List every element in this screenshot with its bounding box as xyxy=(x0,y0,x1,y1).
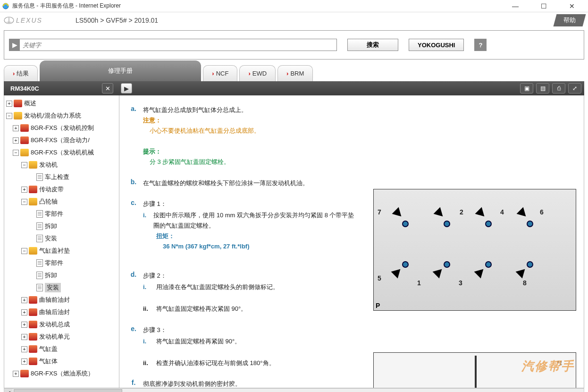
tab-row: ›结果 修理手册 ›NCF ›EWD ›BRM xyxy=(4,62,584,81)
tree-item[interactable]: +8GR-FXS（发动机控制 xyxy=(6,122,119,134)
book-open-icon xyxy=(14,112,22,119)
doc-code: RM34K0C xyxy=(4,85,98,92)
tree-item[interactable]: +概述 xyxy=(6,97,119,110)
book-icon xyxy=(29,345,37,353)
book-icon xyxy=(20,136,29,144)
search-input[interactable] xyxy=(20,42,336,49)
layout-split-icon[interactable]: ▤ xyxy=(536,83,549,94)
maximize-button[interactable]: ☐ xyxy=(535,0,552,12)
tab-results[interactable]: ›结果 xyxy=(4,65,38,81)
tab-brm[interactable]: ›BRM xyxy=(277,65,313,81)
book-open-icon xyxy=(20,149,29,156)
tree-item[interactable]: +传动皮带 xyxy=(6,183,119,196)
help-button[interactable]: 帮助 xyxy=(554,14,586,26)
tree-item[interactable]: −8GR-FXS（发动机机械 xyxy=(6,146,119,159)
scroll-left-icon[interactable]: ◀ xyxy=(4,389,13,392)
tree-item[interactable]: +曲轴后油封 xyxy=(6,306,119,318)
main-area: +概述 −发动机/混合动力系统 +8GR-FXS（发动机控制 +8GR-FXS（… xyxy=(4,95,584,388)
tree-item[interactable]: 零部件 xyxy=(6,208,119,220)
doc-icon xyxy=(36,173,43,181)
tree-item[interactable]: 零部件 xyxy=(6,257,119,269)
tree-item[interactable]: +8GR-FXS（燃油系统） xyxy=(6,367,119,380)
tree-item[interactable]: +发动机总成 xyxy=(6,318,119,331)
app-header: LEXUS LS500h > GVF5# > 2019.01 帮助 xyxy=(0,12,588,28)
scroll-thumb[interactable] xyxy=(14,389,122,392)
tab-ncf[interactable]: ›NCF xyxy=(203,65,237,81)
print-icon[interactable]: ⎙ xyxy=(552,83,565,94)
book-icon xyxy=(14,100,22,107)
tree-item[interactable]: +发动机单元 xyxy=(6,331,119,343)
book-icon xyxy=(20,370,29,377)
minimize-button[interactable]: — xyxy=(507,0,524,12)
book-open-icon xyxy=(29,198,37,205)
book-icon xyxy=(29,358,37,365)
brand-logo: LEXUS xyxy=(4,17,70,24)
breadcrumb: LS500h > GVF5# > 2019.01 xyxy=(76,17,555,24)
tab-manual[interactable]: 修理手册 xyxy=(40,60,201,81)
document-toolbar: RM34K0C ✕ ▶ ▣ ▤ ⎙ ⤢ xyxy=(4,81,584,95)
search-box: ▶ xyxy=(9,39,337,51)
doc-icon xyxy=(36,222,43,230)
tree-item[interactable]: 安装 xyxy=(6,232,119,245)
book-icon xyxy=(29,308,37,316)
forward-button[interactable]: ▶ xyxy=(121,83,132,94)
tree-item[interactable]: +气缸体 xyxy=(6,355,119,367)
tree-item[interactable]: 车上检查 xyxy=(6,171,119,183)
window-titlebar: 服务信息 - 丰田服务信息 - Internet Explorer — ☐ ✕ xyxy=(0,0,588,12)
book-open-icon xyxy=(29,161,37,169)
search-button[interactable]: 搜索 xyxy=(347,39,398,51)
tree-item[interactable]: −气缸盖衬垫 xyxy=(6,245,119,257)
tree-item[interactable]: +8GR-FXS（混合动力/ xyxy=(6,134,119,146)
tree-item[interactable]: −发动机/混合动力系统 xyxy=(6,110,119,122)
book-icon xyxy=(29,186,37,193)
help-icon[interactable]: ? xyxy=(474,39,487,51)
window-controls: — ☐ ✕ xyxy=(507,0,586,12)
tab-ewd[interactable]: ›EWD xyxy=(239,65,276,81)
close-doc-button[interactable]: ✕ xyxy=(102,83,113,94)
tree-item[interactable]: +气缸盖 xyxy=(6,343,119,355)
search-arrow-icon[interactable]: ▶ xyxy=(9,39,20,51)
tree-item[interactable]: +曲轴前油封 xyxy=(6,294,119,306)
tree-item[interactable]: 拆卸 xyxy=(6,269,119,281)
yokogushi-button[interactable]: YOKOGUSHI xyxy=(409,39,464,51)
torque-sequence-diagram: P 7 5 1 3 2 4 6 8 xyxy=(373,189,576,311)
window-title: 服务信息 - 丰田服务信息 - Internet Explorer xyxy=(12,2,507,10)
step-a: a. 将气缸盖分总成放到气缸体分总成上。 注意： 小心不要使机油粘在气缸盖分总成… xyxy=(124,105,576,168)
tree-item-selected[interactable]: 安装 xyxy=(6,281,119,294)
tree-item[interactable]: 拆卸 xyxy=(6,220,119,232)
book-icon xyxy=(29,333,37,341)
content-pane: a. 将气缸盖分总成放到气缸体分总成上。 注意： 小心不要使机油粘在气缸盖分总成… xyxy=(119,95,584,388)
doc-icon xyxy=(36,284,43,291)
ie-icon xyxy=(2,2,9,10)
close-button[interactable]: ✕ xyxy=(563,0,580,12)
doc-icon xyxy=(36,210,43,218)
doc-icon xyxy=(36,272,43,279)
step-b: b. 在气缸盖螺栓的螺纹和螺栓头下部位涂抹一薄层发动机机油。 xyxy=(124,178,576,188)
tree-item[interactable]: −凸轮轴 xyxy=(6,196,119,208)
nav-tree: +概述 −发动机/混合动力系统 +8GR-FXS（发动机控制 +8GR-FXS（… xyxy=(4,95,119,388)
book-icon xyxy=(29,296,37,304)
book-open-icon xyxy=(29,247,37,255)
expand-icon[interactable]: ⤢ xyxy=(568,83,581,94)
horizontal-scrollbar[interactable]: ◀ xyxy=(4,388,584,392)
layout-full-icon[interactable]: ▣ xyxy=(520,83,533,94)
book-icon xyxy=(29,321,37,328)
search-bar: ▶ 搜索 YOKOGUSHI ? xyxy=(4,30,584,60)
book-icon xyxy=(20,124,29,132)
tree-item[interactable]: −发动机 xyxy=(6,159,119,171)
doc-icon xyxy=(36,235,43,242)
doc-icon xyxy=(36,259,43,267)
secondary-diagram: *1 xyxy=(373,352,576,388)
